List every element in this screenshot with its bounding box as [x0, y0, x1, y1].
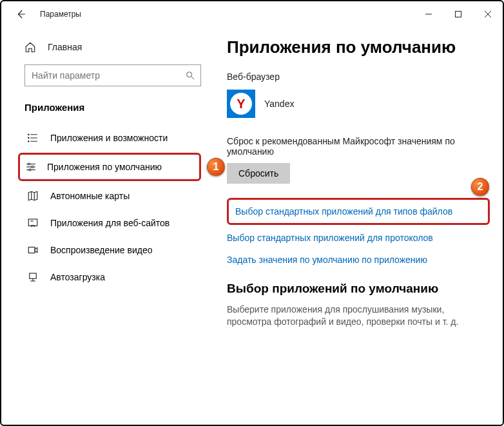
home-label: Главная	[48, 42, 82, 52]
search-box[interactable]	[24, 64, 201, 86]
sidebar-item-startup[interactable]: Автозагрузка	[1, 264, 220, 291]
page-title: Приложения по умолчанию	[227, 37, 490, 57]
nav-label: Приложения по умолчанию	[47, 162, 162, 172]
sidebar-item-video[interactable]: Воспроизведение видео	[1, 237, 220, 264]
sidebar-item-default-apps[interactable]: Приложения по умолчанию 1	[18, 153, 201, 181]
map-icon	[27, 190, 39, 202]
link-label: Выбор стандартных приложений для типов ф…	[235, 206, 452, 217]
svg-rect-20	[28, 219, 37, 226]
section2-desc: Выберите приложения для прослушивания му…	[227, 304, 472, 328]
home-link[interactable]: Главная	[1, 35, 220, 59]
svg-point-16	[32, 166, 34, 168]
video-icon	[27, 244, 39, 256]
minimize-button[interactable]	[414, 1, 443, 27]
window-controls	[414, 1, 503, 27]
nav-label: Автономные карты	[50, 191, 130, 201]
svg-line-5	[191, 77, 194, 79]
sidebar-item-apps-websites[interactable]: Приложения для веб-сайтов	[1, 209, 220, 237]
section2-title: Выбор приложений по умолчанию	[227, 282, 490, 296]
browser-name: Yandex	[264, 99, 294, 109]
sidebar-item-offline-maps[interactable]: Автономные карты	[1, 182, 220, 209]
link-by-app[interactable]: Задать значения по умолчанию по приложен…	[227, 255, 490, 265]
website-icon	[27, 217, 39, 229]
annotation-badge-1: 1	[207, 158, 225, 176]
yandex-icon: Y	[227, 90, 255, 118]
sidebar-item-apps-features[interactable]: Приложения и возможности	[1, 124, 220, 151]
search-input[interactable]	[32, 70, 185, 81]
window-title: Параметры	[40, 10, 81, 19]
svg-point-17	[29, 169, 31, 171]
close-button[interactable]	[473, 1, 503, 27]
nav-label: Приложения и возможности	[50, 133, 168, 143]
browser-app-row[interactable]: Y Yandex	[227, 90, 490, 118]
back-button[interactable]	[9, 3, 32, 26]
list-icon	[27, 132, 39, 144]
svg-point-4	[187, 72, 192, 77]
nav-label: Приложения для веб-сайтов	[50, 218, 170, 228]
search-icon	[185, 70, 195, 81]
main-content: Приложения по умолчанию Веб-браузер Y Ya…	[220, 27, 503, 425]
svg-rect-24	[30, 273, 37, 278]
annotation-badge-2: 2	[471, 178, 489, 196]
maximize-button[interactable]	[443, 1, 473, 27]
sidebar: Главная Приложения Приложения и возможно…	[1, 27, 220, 425]
svg-point-11	[28, 141, 30, 142]
titlebar: Параметры	[1, 1, 503, 27]
reset-description: Сброс к рекомендованным Майкрософт значе…	[227, 136, 465, 157]
arrow-left-icon	[15, 8, 26, 20]
home-icon	[24, 41, 36, 53]
nav-label: Воспроизведение видео	[50, 245, 152, 255]
svg-rect-22	[28, 247, 35, 253]
svg-point-10	[28, 137, 30, 139]
link-protocols[interactable]: Выбор стандартных приложений для протоко…	[227, 233, 490, 243]
startup-icon	[27, 271, 39, 283]
sidebar-section: Приложения	[1, 90, 220, 124]
defaults-icon	[25, 161, 37, 173]
svg-point-9	[28, 134, 30, 135]
link-file-types[interactable]: Выбор стандартных приложений для типов ф…	[227, 198, 490, 225]
browser-label: Веб-браузер	[227, 72, 490, 82]
nav-label: Автозагрузка	[50, 272, 105, 282]
svg-point-15	[28, 163, 30, 165]
svg-rect-1	[456, 12, 461, 17]
reset-button[interactable]: Сбросить	[227, 163, 290, 184]
